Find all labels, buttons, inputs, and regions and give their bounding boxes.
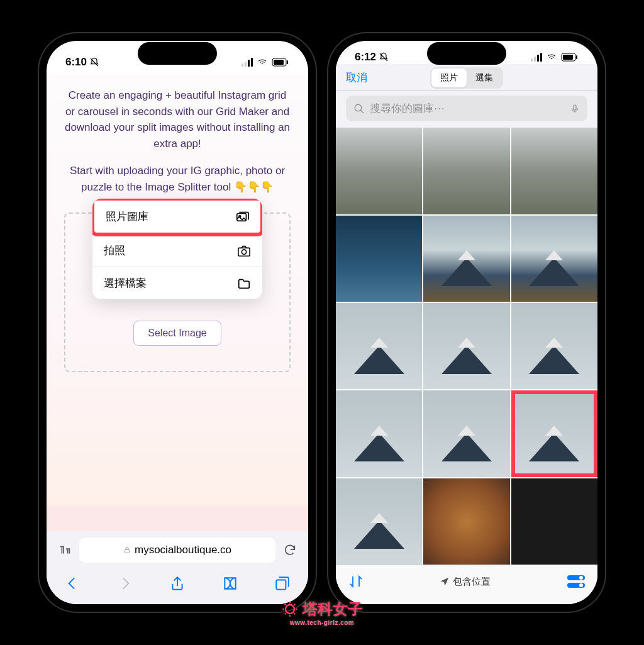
segment-photos[interactable]: 照片 <box>431 69 467 87</box>
svg-rect-5 <box>238 248 250 256</box>
lock-icon <box>123 546 131 554</box>
dnd-icon <box>89 57 99 67</box>
picker-footer: 包含位置 <box>336 565 597 604</box>
search-input[interactable]: 搜尋你的圖庫⋯ <box>346 96 587 121</box>
search-placeholder: 搜尋你的圖庫⋯ <box>370 101 565 116</box>
photo-thumbnail[interactable] <box>336 478 422 565</box>
photo-thumbnail[interactable] <box>336 216 422 302</box>
svg-rect-11 <box>576 55 577 59</box>
url-field[interactable]: mysocialboutique.co <box>79 538 275 563</box>
svg-point-17 <box>579 583 583 587</box>
menu-take-photo[interactable]: 拍照 <box>92 234 262 267</box>
menu-photo-library[interactable]: 照片圖庫 <box>92 199 262 236</box>
location-icon <box>440 577 449 586</box>
photo-thumbnail[interactable] <box>511 128 597 214</box>
intro-paragraph-2: Start with uploading your IG graphic, ph… <box>64 163 291 195</box>
photo-library-icon <box>235 210 249 224</box>
tabs-icon[interactable] <box>274 575 291 592</box>
safari-url-bar: mysocialboutique.co <box>47 531 308 569</box>
svg-rect-10 <box>563 55 573 60</box>
photo-thumbnail[interactable] <box>511 216 597 302</box>
text-size-icon[interactable] <box>58 543 72 557</box>
menu-label: 選擇檔案 <box>104 276 147 290</box>
svg-rect-1 <box>274 60 284 65</box>
photo-thumbnail[interactable] <box>336 303 422 389</box>
battery-icon <box>561 53 579 62</box>
photo-thumbnail[interactable] <box>336 390 422 477</box>
photo-thumbnail[interactable] <box>511 478 597 565</box>
status-time: 6:10 <box>65 56 87 69</box>
file-source-menu: 照片圖庫 拍照 選擇檔案 <box>92 199 262 299</box>
photo-thumbnail[interactable] <box>423 128 509 214</box>
photo-thumbnail[interactable] <box>423 478 509 565</box>
photo-thumbnail[interactable] <box>423 390 509 477</box>
url-text: mysocialboutique.co <box>135 544 231 556</box>
webpage-content: Create an engaging + beautiful Instagram… <box>47 75 308 506</box>
phone-left: 6:10 Create an engaging + beautiful Inst… <box>39 33 316 612</box>
forward-icon[interactable] <box>117 575 133 592</box>
select-image-button[interactable]: Select Image <box>133 321 221 346</box>
back-icon[interactable] <box>64 575 80 592</box>
photo-thumbnail[interactable] <box>336 128 422 214</box>
photo-thumbnail[interactable] <box>511 303 597 389</box>
wifi-icon <box>546 53 557 62</box>
photo-picker: 取消 照片 選集 搜尋你的圖庫⋯ <box>336 64 597 604</box>
watermark: 塔科女子 www.tech-girlz.com <box>281 599 363 626</box>
upload-dropzone[interactable]: 照片圖庫 拍照 選擇檔案 Select Image <box>64 212 291 372</box>
photo-grid <box>336 128 597 565</box>
dynamic-island <box>138 42 217 65</box>
bookmarks-icon[interactable] <box>222 575 238 592</box>
location-indicator: 包含位置 <box>440 576 491 588</box>
mic-icon[interactable] <box>570 104 580 114</box>
screen-left: 6:10 Create an engaging + beautiful Inst… <box>47 41 308 604</box>
battery-icon <box>272 58 289 67</box>
search-icon <box>353 103 365 114</box>
folder-icon <box>237 277 251 290</box>
page-footer-strip <box>47 506 308 531</box>
menu-label: 照片圖庫 <box>106 209 148 224</box>
reload-icon[interactable] <box>283 543 297 557</box>
svg-point-6 <box>242 250 246 254</box>
sort-icon[interactable] <box>348 574 364 589</box>
screen-right: 6:12 取消 照片 選集 搜尋你的圖庫⋯ <box>336 41 597 604</box>
signal-icon <box>531 53 542 62</box>
svg-rect-8 <box>276 580 286 590</box>
svg-rect-2 <box>287 60 288 64</box>
menu-choose-file[interactable]: 選擇檔案 <box>92 267 262 299</box>
svg-point-15 <box>579 576 583 580</box>
watermark-title: 塔科女子 <box>303 599 363 619</box>
svg-rect-7 <box>125 550 129 553</box>
status-time: 6:12 <box>355 51 376 63</box>
photo-thumbnail[interactable] <box>423 303 509 389</box>
options-toggle-icon[interactable] <box>567 575 585 588</box>
watermark-url: www.tech-girlz.com <box>290 619 355 626</box>
svg-point-12 <box>355 104 362 111</box>
photo-thumbnail-selected[interactable] <box>511 390 597 477</box>
dnd-icon <box>379 52 389 62</box>
svg-rect-13 <box>574 105 576 110</box>
photo-thumbnail[interactable] <box>423 216 509 302</box>
safari-toolbar <box>47 569 308 604</box>
search-row: 搜尋你的圖庫⋯ <box>336 91 597 128</box>
location-label: 包含位置 <box>453 576 491 588</box>
phone-right: 6:12 取消 照片 選集 搜尋你的圖庫⋯ <box>328 33 605 612</box>
share-icon[interactable] <box>169 575 186 592</box>
camera-icon <box>237 244 251 258</box>
segment-albums[interactable]: 選集 <box>467 69 502 87</box>
watermark-icon <box>281 600 299 618</box>
svg-point-18 <box>286 605 294 614</box>
cancel-button[interactable]: 取消 <box>346 70 367 85</box>
dynamic-island <box>427 42 506 65</box>
menu-label: 拍照 <box>104 243 125 258</box>
intro-paragraph-1: Create an engaging + beautiful Instagram… <box>64 87 291 152</box>
signal-icon <box>242 58 253 67</box>
wifi-icon <box>257 58 268 67</box>
picker-header: 取消 照片 選集 <box>336 64 597 91</box>
segment-control: 照片 選集 <box>430 67 503 89</box>
